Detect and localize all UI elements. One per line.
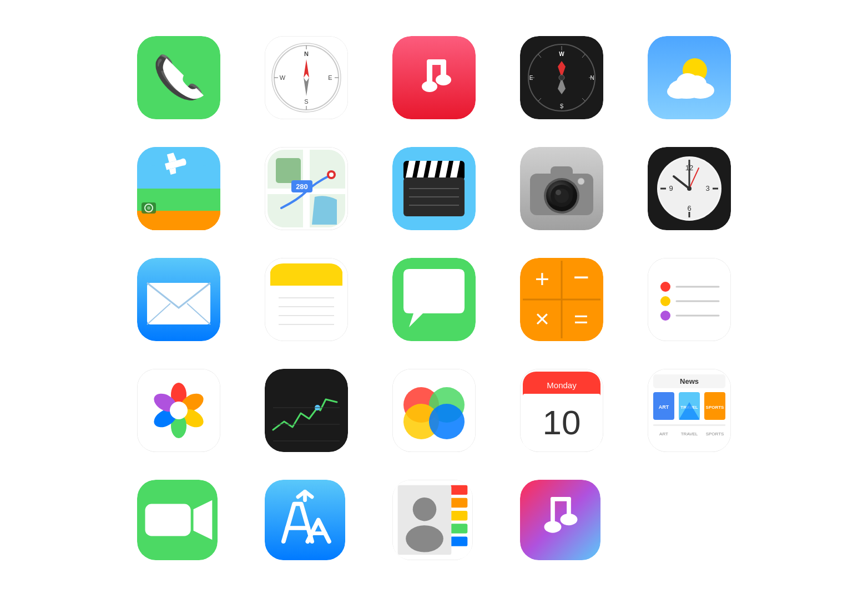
calculator-app-icon[interactable]: + − × = (520, 258, 603, 341)
svg-text:W: W (559, 51, 564, 57)
svg-rect-177 (450, 511, 467, 520)
mail-app-icon[interactable] (137, 258, 220, 341)
svg-point-80 (556, 190, 561, 195)
svg-rect-179 (450, 536, 467, 546)
clock-app-icon[interactable]: 12 3 6 9 (648, 147, 731, 230)
svg-text:E: E (328, 74, 332, 81)
svg-rect-75 (551, 166, 573, 177)
svg-rect-57 (276, 158, 301, 183)
phone-app-icon[interactable]: 📞 (137, 36, 220, 119)
svg-point-127 (660, 311, 670, 321)
notes-app-icon[interactable] (265, 258, 348, 341)
svg-rect-178 (450, 524, 467, 533)
svg-text:×: × (535, 304, 549, 333)
svg-text:ART: ART (659, 432, 668, 436)
svg-rect-98 (147, 283, 210, 324)
svg-text:SPORTS: SPORTS (706, 405, 725, 410)
svg-rect-137 (265, 369, 348, 452)
svg-text:6: 6 (687, 204, 691, 212)
svg-point-188 (561, 514, 578, 525)
svg-text:News: News (680, 377, 699, 385)
svg-point-146 (429, 404, 465, 439)
compass-app-icon[interactable]: W S N E (520, 36, 603, 119)
svg-rect-122 (648, 258, 731, 341)
svg-text:S: S (560, 103, 564, 109)
calendar-app-icon[interactable]: Monday 10 (520, 369, 603, 452)
svg-text:TRAVEL: TRAVEL (681, 432, 698, 436)
svg-rect-175 (450, 485, 467, 495)
contacts-app-icon[interactable] (392, 480, 473, 560)
svg-point-123 (660, 282, 670, 292)
svg-text:N: N (590, 75, 594, 81)
svg-text:S: S (304, 98, 308, 105)
svg-point-96 (687, 186, 692, 191)
svg-point-20 (436, 74, 451, 85)
svg-point-54 (147, 206, 150, 210)
camera-app-icon[interactable] (520, 147, 603, 230)
safari-app-icon[interactable]: N S E W (265, 36, 348, 119)
svg-text:10: 10 (543, 403, 581, 441)
svg-point-182 (406, 525, 443, 552)
svg-rect-104 (270, 280, 342, 336)
svg-text:W: W (280, 74, 286, 81)
itunes-app-icon[interactable] (520, 480, 600, 560)
videos-app-icon[interactable] (392, 147, 476, 230)
svg-point-81 (578, 178, 584, 185)
svg-text:E: E (529, 75, 533, 81)
photos-widget-app-icon[interactable] (137, 147, 220, 230)
weather-app-icon[interactable] (648, 36, 731, 119)
stocks-app-icon[interactable] (265, 369, 348, 452)
app-store-app-icon[interactable] (265, 480, 345, 560)
game-center-app-icon[interactable] (392, 369, 476, 452)
svg-text:280: 280 (296, 182, 308, 191)
svg-text:3: 3 (705, 184, 709, 192)
svg-text:Monday: Monday (547, 380, 577, 390)
news-app-icon[interactable]: News ART TRAVEL SPORTS ART TRAVEL SPORTS (648, 369, 731, 452)
music-app-icon[interactable] (392, 36, 476, 119)
reminders-app-icon[interactable] (648, 258, 731, 341)
svg-text:ART: ART (659, 404, 669, 410)
svg-point-61 (329, 172, 334, 177)
svg-point-44 (687, 75, 706, 92)
svg-rect-163 (653, 424, 725, 426)
maps-app-icon[interactable]: 280 (265, 147, 348, 230)
svg-rect-15 (392, 36, 476, 119)
svg-rect-183 (520, 480, 600, 560)
messages-app-icon[interactable] (392, 258, 476, 341)
svg-text:+: + (535, 265, 549, 293)
svg-point-181 (413, 498, 437, 521)
svg-point-187 (544, 521, 562, 532)
svg-text:SPORTS: SPORTS (706, 432, 724, 436)
svg-point-19 (422, 81, 437, 92)
app-grid: 📞 N S E W (104, 3, 764, 596)
photos-app-icon[interactable] (137, 369, 220, 452)
svg-text:9: 9 (669, 184, 673, 192)
svg-point-37 (559, 75, 564, 80)
svg-text:−: − (573, 262, 589, 293)
svg-point-136 (170, 402, 188, 419)
svg-rect-168 (145, 504, 191, 536)
svg-text:N: N (304, 50, 309, 57)
svg-rect-105 (270, 280, 342, 286)
facetime-app-icon[interactable] (137, 480, 218, 560)
svg-rect-176 (450, 498, 467, 507)
svg-point-125 (660, 296, 670, 306)
svg-text:=: = (574, 304, 588, 333)
